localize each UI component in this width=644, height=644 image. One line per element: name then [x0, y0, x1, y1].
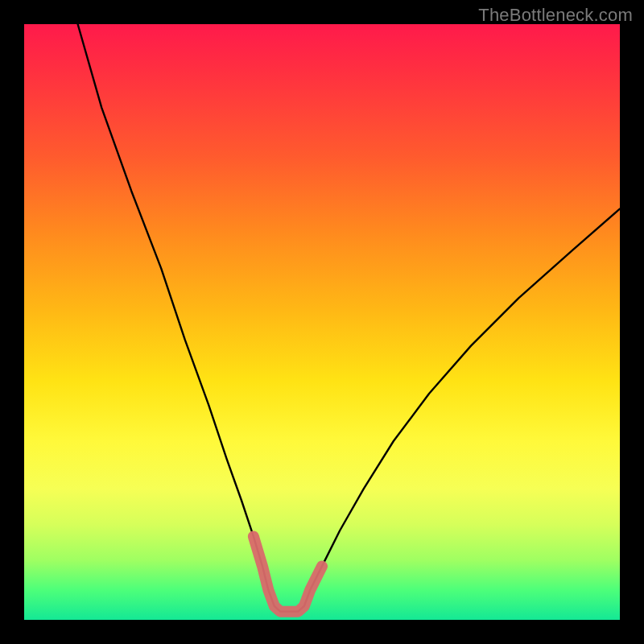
- plot-area: [24, 24, 620, 620]
- bottleneck-curve: [78, 24, 620, 612]
- watermark-text: TheBottleneck.com: [478, 5, 633, 26]
- valley-highlight: [254, 536, 322, 611]
- curve-layer: [24, 24, 620, 620]
- chart-frame: TheBottleneck.com: [0, 0, 644, 644]
